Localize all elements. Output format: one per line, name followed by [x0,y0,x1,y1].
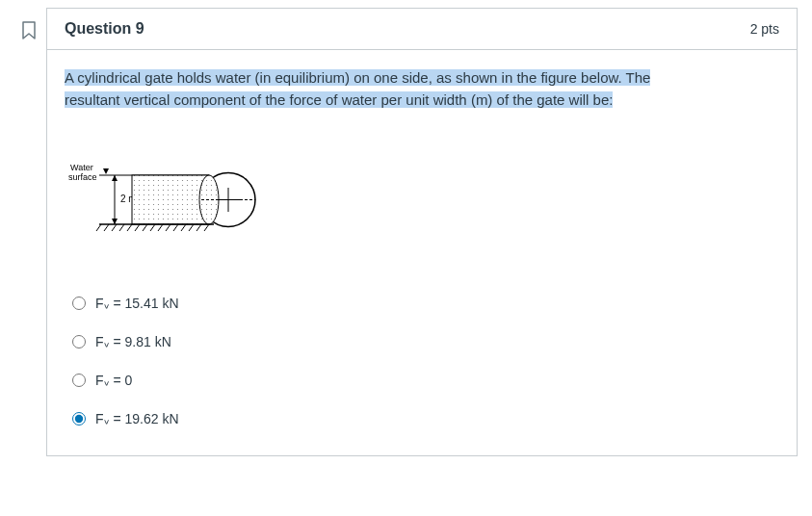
svg-line-27 [196,224,201,231]
question-title: Question 9 [65,20,144,38]
svg-line-28 [204,224,209,231]
option-a[interactable]: Fᵥ = 15.41 kN [65,284,779,322]
option-a-label: Fᵥ = 15.41 kN [95,296,179,311]
svg-line-20 [143,224,147,231]
svg-line-18 [127,224,132,231]
option-d[interactable]: Fᵥ = 19.62 kN [65,400,779,438]
svg-line-19 [135,224,140,231]
option-c-label: Fᵥ = 0 [95,373,132,388]
svg-line-24 [173,224,178,231]
option-b-label: Fᵥ = 9.81 kN [95,334,171,349]
svg-line-21 [150,224,155,231]
svg-marker-3 [112,175,118,181]
option-c-radio[interactable] [72,374,86,387]
svg-line-23 [166,224,170,231]
option-d-label: Fᵥ = 19.62 kN [95,411,179,426]
question-body: A cylindrical gate holds water (in equil… [47,50,797,455]
option-b[interactable]: Fᵥ = 9.81 kN [65,322,779,361]
svg-line-16 [112,224,117,231]
option-d-radio[interactable] [72,412,86,426]
question-header: Question 9 2 pts [47,9,797,50]
bookmark-icon[interactable] [21,21,37,40]
option-c[interactable]: Fᵥ = 0 [65,361,779,400]
question-figure: Water surface 2 m [65,149,267,245]
question-prompt: A cylindrical gate holds water (in equil… [65,67,779,111]
svg-rect-7 [132,175,209,224]
question-card: Question 9 2 pts A cylindrical gate hold… [46,8,798,456]
svg-line-22 [158,224,163,231]
question-points: 2 pts [750,21,779,37]
option-b-radio[interactable] [72,335,86,348]
svg-line-17 [119,224,124,231]
option-a-radio[interactable] [72,297,86,310]
svg-line-14 [96,224,101,231]
svg-marker-0 [103,168,109,174]
figure-label-water: Water [70,163,93,172]
svg-line-25 [181,224,186,231]
svg-marker-4 [112,219,118,224]
svg-line-26 [189,224,194,231]
figure-label-surface: surface [68,172,97,182]
svg-line-15 [104,224,109,231]
answer-options: Fᵥ = 15.41 kN Fᵥ = 9.81 kN Fᵥ = 0 Fᵥ = 1… [65,284,779,438]
